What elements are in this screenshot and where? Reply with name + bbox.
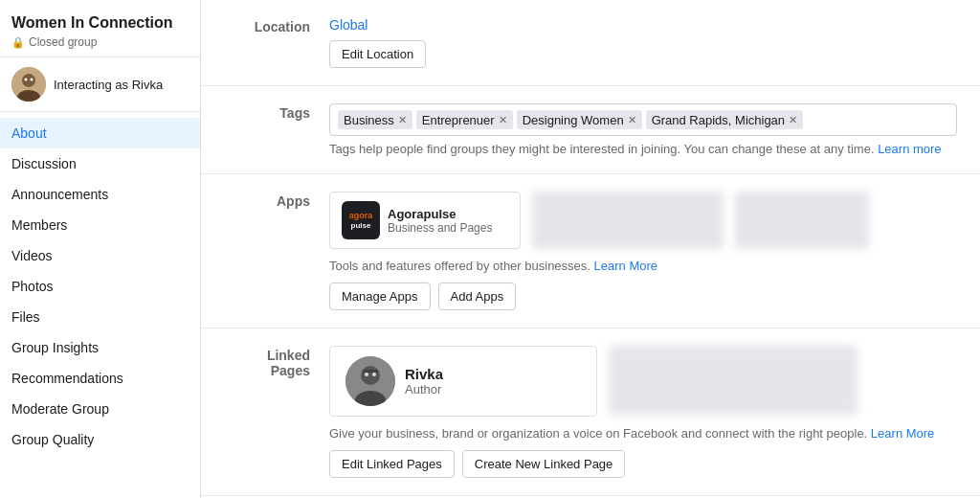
apps-row: agora pulse Agorapulse Business and Page… [329, 192, 957, 249]
svg-rect-10 [363, 370, 378, 373]
group-type: 🔒 Closed group [11, 35, 189, 49]
page-name: Rivka [405, 366, 443, 382]
app-card-blur-1 [532, 192, 724, 249]
agorapulse-icon: agora pulse [342, 201, 380, 239]
tags-container[interactable]: Business ✕ Entreprenuer ✕ Designing Wome… [329, 103, 957, 136]
sidebar-item-moderate-group[interactable]: Moderate Group [0, 394, 200, 424]
page-card-blur [609, 346, 858, 415]
page-card-rivka: Rivka Author [329, 346, 597, 417]
tag-entreprenuer-remove[interactable]: ✕ [499, 114, 507, 126]
linked-pages-section: Linked Pages [201, 328, 980, 496]
svg-point-3 [25, 79, 28, 81]
sidebar-item-about[interactable]: About [0, 118, 200, 148]
sidebar-item-discussion[interactable]: Discussion [0, 148, 200, 179]
tags-label: Tags [224, 103, 329, 156]
apps-help: Tools and features offered by other busi… [329, 259, 957, 273]
sidebar-header: Women In Connection 🔒 Closed group [0, 0, 200, 57]
tag-designing-women: Designing Women ✕ [517, 110, 642, 129]
sidebar-item-videos[interactable]: Videos [0, 240, 200, 271]
sidebar-item-photos[interactable]: Photos [0, 271, 200, 302]
nav-list: About Discussion Announcements Members V… [0, 112, 200, 461]
user-label: Interacting as Rivka [54, 78, 163, 92]
svg-point-6 [361, 366, 380, 385]
app-name: Agorapulse [388, 207, 492, 221]
svg-point-1 [22, 74, 35, 87]
add-apps-button[interactable]: Add Apps [438, 283, 517, 310]
app-card-blur-2 [735, 192, 869, 249]
user-row[interactable]: Interacting as Rivka [0, 57, 200, 112]
linked-pages-learn-more[interactable]: Learn More [871, 426, 934, 441]
group-name: Women In Connection [11, 13, 189, 32]
linked-pages-label: Linked Pages [224, 346, 329, 478]
tags-help: Tags help people find groups they might … [329, 142, 957, 156]
tag-entreprenuer: Entreprenuer ✕ [416, 110, 513, 129]
tags-content: Business ✕ Entreprenuer ✕ Designing Wome… [329, 103, 957, 156]
linked-pages-content: Rivka Author Give your business, brand o… [329, 346, 957, 478]
apps-content: agora pulse Agorapulse Business and Page… [329, 192, 957, 310]
apps-learn-more[interactable]: Learn More [594, 259, 657, 273]
apps-btn-row: Manage Apps Add Apps [329, 283, 957, 310]
sidebar-item-members[interactable]: Members [0, 210, 200, 240]
svg-point-9 [372, 373, 376, 376]
create-linked-page-button[interactable]: Create New Linked Page [462, 450, 626, 478]
app-sub: Business and Pages [388, 221, 492, 235]
sidebar-item-files[interactable]: Files [0, 302, 200, 332]
manage-apps-button[interactable]: Manage Apps [329, 283, 431, 310]
svg-point-8 [365, 373, 368, 376]
apps-section: Apps agora pulse Agorapulse Business and… [201, 174, 980, 328]
linked-pages-cards: Rivka Author [329, 346, 957, 417]
avatar [11, 67, 46, 102]
apps-label: Apps [224, 192, 329, 310]
page-avatar [345, 356, 395, 406]
edit-linked-pages-button[interactable]: Edit Linked Pages [329, 450, 455, 478]
sidebar-item-recommendations[interactable]: Recommendations [0, 363, 200, 394]
svg-point-4 [31, 79, 33, 81]
page-role: Author [405, 382, 443, 396]
sidebar: Women In Connection 🔒 Closed group Inter… [0, 0, 201, 498]
tag-grand-rapids-remove[interactable]: ✕ [789, 114, 797, 126]
location-content: Global Edit Location [329, 17, 957, 68]
location-label: Location [224, 17, 329, 68]
lock-icon: 🔒 [11, 36, 25, 49]
tag-grand-rapids: Grand Rapids, Michigan ✕ [646, 110, 803, 129]
sidebar-item-group-quality[interactable]: Group Quality [0, 424, 200, 455]
linked-pages-btn-row: Edit Linked Pages Create New Linked Page [329, 450, 957, 478]
tags-learn-more[interactable]: Learn more [878, 142, 941, 156]
sidebar-item-announcements[interactable]: Announcements [0, 179, 200, 210]
location-value: Global [329, 17, 957, 33]
location-section: Location Global Edit Location [201, 0, 980, 86]
page-info: Rivka Author [405, 366, 443, 396]
linked-pages-help: Give your business, brand or organizatio… [329, 426, 957, 441]
sidebar-item-group-insights[interactable]: Group Insights [0, 332, 200, 363]
tag-business-remove[interactable]: ✕ [398, 114, 407, 126]
main-content: Location Global Edit Location Tags Busin… [201, 0, 980, 498]
edit-location-button[interactable]: Edit Location [329, 40, 426, 68]
tag-business: Business ✕ [338, 110, 412, 129]
tag-designing-women-remove[interactable]: ✕ [628, 114, 636, 126]
tags-section: Tags Business ✕ Entreprenuer ✕ Designing… [201, 86, 980, 174]
group-type-label: Closed group [29, 35, 97, 49]
app-info: Agorapulse Business and Pages [388, 207, 492, 235]
app-card-agorapulse: agora pulse Agorapulse Business and Page… [329, 192, 521, 249]
